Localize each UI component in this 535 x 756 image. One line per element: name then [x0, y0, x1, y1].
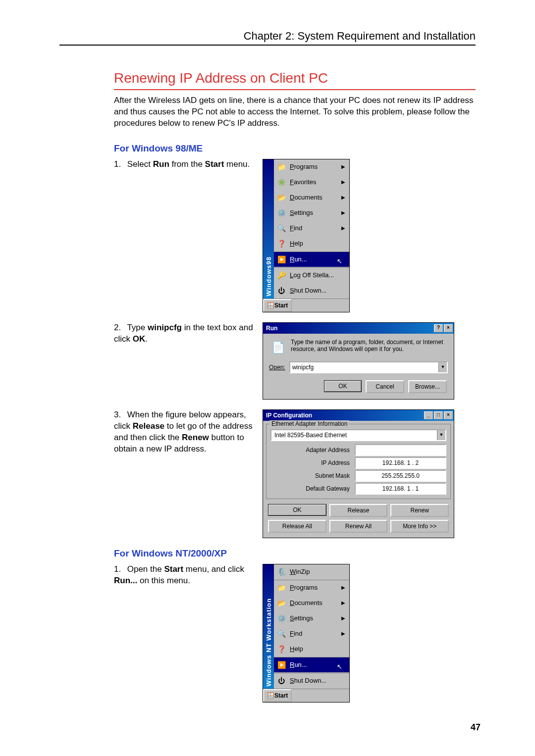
ipcfg-title: IP Configuration [266, 412, 312, 419]
open-input[interactable] [290, 362, 438, 372]
start-menu-banner: Windows NT Workstation [263, 564, 274, 689]
menu-item-icon: 📁 [276, 161, 287, 172]
open-label: Open: [269, 364, 285, 371]
menu-item[interactable]: 📂Documents▶ [274, 190, 349, 205]
menu-item-icon: ⏻ [276, 285, 287, 296]
submenu-arrow-icon: ▶ [341, 210, 345, 215]
submenu-arrow-icon: ▶ [341, 615, 345, 621]
menu-item[interactable]: 🔍Find▶ [274, 626, 349, 642]
default-gateway-value: 192.168. 1 . 1 [356, 485, 445, 492]
submenu-arrow-icon: ▶ [341, 600, 345, 605]
renew-button[interactable]: Renew [390, 504, 449, 517]
start-button[interactable]: 🪟 Start [263, 689, 292, 702]
adapter-address-label: Adapter Address [270, 447, 355, 454]
default-gateway-label: Default Gateway [270, 485, 355, 492]
submenu-arrow-icon: ▶ [341, 164, 345, 169]
menu-item-icon: 🔍 [276, 628, 287, 639]
menu-item-label: Run... [290, 255, 340, 263]
ip-address-label: IP Address [270, 459, 355, 466]
menu-item-icon: ▶️ [276, 659, 287, 670]
menu-item-label: Shut Down... [290, 287, 345, 294]
run-dialog: Run ? × 📄 Type the name of a program, fo… [263, 322, 454, 400]
section-win98: For Windows 98/ME [114, 143, 476, 154]
step-4-text: 1. Open the Start menu, and click Run...… [114, 564, 263, 587]
menu-item-icon: ❓ [276, 238, 287, 249]
dropdown-arrow-icon[interactable]: ▼ [438, 362, 447, 372]
run-title: Run [266, 325, 277, 332]
ok-button[interactable]: OK [268, 504, 326, 516]
close-button[interactable]: × [444, 411, 453, 419]
ok-button[interactable]: OK [324, 380, 362, 392]
winnt-start-menu: Windows NT Workstation 🗜️WinZip📁Programs… [263, 564, 350, 703]
run-message: Type the name of a program, folder, docu… [291, 339, 448, 353]
menu-item[interactable]: ✳️Favorites▶ [274, 175, 349, 190]
step-3-text: 3. When the figure below appears, click … [114, 409, 263, 455]
menu-item[interactable]: ⚙️Settings▶ [274, 205, 349, 221]
menu-item-icon: 📂 [276, 598, 287, 608]
menu-item-icon: 🔑 [276, 270, 287, 281]
step-1-text: 1. Select Run from the Start menu. [114, 159, 263, 170]
help-button[interactable]: ? [434, 324, 443, 332]
menu-item-icon: 🔍 [276, 223, 287, 234]
maximize-button[interactable]: □ [434, 411, 443, 419]
submenu-arrow-icon: ▶ [341, 179, 345, 185]
menu-item-label: Shut Down... [290, 677, 345, 684]
run-icon: 📄 [269, 339, 287, 356]
menu-item-label: Log Off Stella... [290, 271, 345, 279]
chapter-header: Chapter 2: System Requirement and Instal… [59, 30, 476, 43]
release-all-button[interactable]: Release All [268, 520, 326, 533]
menu-item[interactable]: 🔑Log Off Stella... [274, 267, 349, 283]
menu-item-icon: 📁 [276, 582, 287, 593]
section-winnt: For Windows NT/2000/XP [114, 548, 476, 559]
menu-item-icon: ⚙️ [276, 207, 287, 218]
menu-item-label: Programs [290, 584, 334, 591]
menu-item-label: Documents [290, 599, 334, 606]
menu-item-label: Settings [290, 614, 334, 622]
menu-item-icon: ▶️ [276, 254, 287, 265]
menu-item-icon: ❓ [276, 644, 287, 655]
menu-item-label: Settings [290, 209, 334, 216]
menu-item-icon: ⚙️ [276, 613, 287, 624]
menu-item[interactable]: 📁Programs▶ [274, 159, 349, 175]
step-2-text: 2. Type winipcfg in the text box and cli… [114, 322, 263, 345]
subnet-mask-label: Subnet Mask [270, 472, 355, 479]
more-info-button[interactable]: More Info >> [390, 520, 449, 533]
menu-item[interactable]: 📂Documents▶ [274, 596, 349, 611]
browse-button[interactable]: Browse... [408, 380, 447, 393]
menu-item-label: Documents [290, 194, 334, 201]
menu-item[interactable]: ⏻Shut Down... [274, 673, 349, 689]
submenu-arrow-icon: ▶ [341, 195, 345, 200]
start-menu-banner: Windows98 [263, 159, 274, 299]
adapter-select[interactable]: Intel 82595-Based Ethernet [271, 432, 437, 439]
cancel-button[interactable]: Cancel [366, 380, 404, 393]
ip-address-value: 192.168. 1 . 2 [356, 459, 445, 466]
win98-start-menu: Windows98 📁Programs▶✳️Favorites▶📂Documen… [263, 159, 350, 312]
menu-item[interactable]: ❓Help [274, 236, 349, 252]
menu-item[interactable]: 🔍Find▶ [274, 221, 349, 236]
menu-item[interactable]: ▶️Run...↖ [274, 657, 349, 673]
release-button[interactable]: Release [329, 504, 388, 517]
menu-item[interactable]: 🗜️WinZip [274, 564, 349, 580]
menu-item[interactable]: ❓Help [274, 642, 349, 657]
menu-item[interactable]: ▶️Run...↖ [274, 252, 349, 267]
start-button[interactable]: 🪟 Start [263, 299, 292, 312]
cursor-icon: ↖ [337, 257, 342, 265]
cursor-icon: ↖ [337, 663, 342, 670]
minimize-button[interactable]: _ [424, 411, 433, 419]
menu-item-icon: ✳️ [276, 177, 287, 188]
menu-item-label: Programs [290, 163, 334, 170]
adapter-legend: Ethernet Adapter Information [269, 420, 349, 427]
menu-item-label: Help [290, 645, 345, 653]
menu-item[interactable]: 📁Programs▶ [274, 580, 349, 596]
menu-item-label: Favorites [290, 178, 334, 186]
submenu-arrow-icon: ▶ [341, 631, 345, 636]
renew-all-button[interactable]: Renew All [329, 520, 388, 533]
menu-item-icon: ⏻ [276, 675, 287, 686]
menu-item[interactable]: ⏻Shut Down... [274, 283, 349, 299]
dropdown-arrow-icon[interactable]: ▼ [437, 430, 445, 440]
close-button[interactable]: × [444, 324, 453, 332]
menu-item-label: Help [290, 240, 345, 247]
menu-item-icon: 🗜️ [276, 566, 287, 577]
page-number: 47 [114, 722, 481, 733]
menu-item[interactable]: ⚙️Settings▶ [274, 611, 349, 626]
